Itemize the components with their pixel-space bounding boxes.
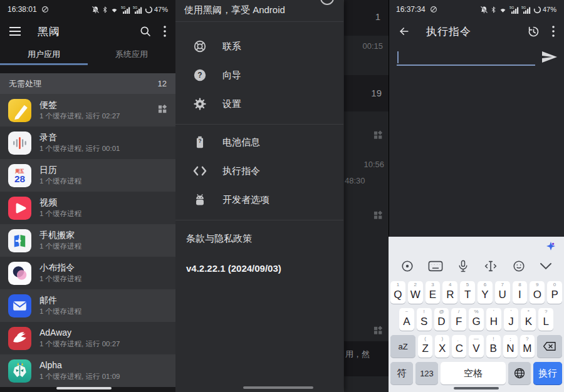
key-j[interactable]: 'J bbox=[504, 308, 519, 331]
tab-system-apps[interactable]: 系统应用 bbox=[88, 44, 175, 65]
key-v[interactable]: —V bbox=[469, 335, 483, 358]
collapse-keyboard-icon[interactable] bbox=[540, 262, 552, 270]
symbols-key[interactable]: 符 bbox=[390, 362, 413, 384]
wifi-icon bbox=[499, 6, 507, 13]
key-cap: P bbox=[551, 289, 558, 301]
emoji-icon[interactable] bbox=[512, 259, 526, 273]
list-item-notes[interactable]: 便签1 个缓存进程, 运行 02:27 bbox=[0, 94, 175, 126]
battery-ring-icon bbox=[533, 6, 541, 14]
bluetooth-icon bbox=[491, 6, 496, 14]
space-key[interactable]: 空格 bbox=[441, 362, 506, 384]
section-count: 12 bbox=[158, 79, 167, 88]
list-item-mail[interactable]: 邮件1 个缓存进程 bbox=[0, 289, 175, 322]
enter-key[interactable]: 换行 bbox=[533, 362, 562, 384]
key-d[interactable]: @D bbox=[434, 308, 449, 331]
search-icon[interactable] bbox=[139, 25, 152, 38]
list-item-breeno[interactable]: 小布指令1 个缓存进程 bbox=[0, 257, 175, 289]
key-o[interactable]: 9O bbox=[530, 281, 545, 304]
target-circle-icon[interactable] bbox=[400, 259, 414, 273]
key-k[interactable]: *K bbox=[521, 308, 536, 331]
list-item-alpha[interactable]: Alpha1 个缓存进程, 运行 01:09 bbox=[0, 354, 175, 387]
key-cap: E bbox=[429, 289, 436, 301]
spacer bbox=[0, 65, 175, 73]
key-b[interactable]: ！B bbox=[486, 335, 501, 358]
history-icon[interactable] bbox=[527, 25, 540, 38]
signal-label: 5G bbox=[133, 6, 137, 9]
dimmed-snackbar-text: 用，然 bbox=[345, 349, 370, 360]
numbers-key[interactable]: 123 bbox=[415, 362, 438, 384]
backspace-key[interactable] bbox=[537, 335, 562, 358]
menu-item-settings[interactable]: 设置 bbox=[175, 90, 343, 118]
list-item-recorder[interactable]: 录音1 个缓存进程, 运行 00:01 bbox=[0, 126, 175, 159]
notes-app-icon bbox=[8, 99, 31, 122]
drawer-menu-group-2: ? 电池信息 执行指令 开发者选项 bbox=[175, 125, 343, 214]
dimmed-duration: 48:30 bbox=[345, 176, 365, 185]
command-input[interactable] bbox=[397, 49, 536, 64]
key-t[interactable]: 5T bbox=[460, 281, 475, 304]
drawer-menu-group-1: 联系 ? 向导 设置 bbox=[175, 22, 343, 118]
keyboard-row-2: ~A !S @D /F %G 'H 'J *K ?L bbox=[389, 308, 564, 331]
list-item-phone-clone[interactable]: 手机搬家1 个缓存进程 bbox=[0, 224, 175, 257]
home-indicator[interactable] bbox=[243, 386, 313, 389]
menu-hamburger-icon[interactable] bbox=[9, 27, 21, 36]
cursor-move-icon[interactable] bbox=[483, 259, 498, 273]
menu-label: 电池信息 bbox=[222, 137, 260, 148]
globe-key[interactable] bbox=[508, 362, 531, 384]
menu-item-battery-info[interactable]: ? 电池信息 bbox=[175, 128, 343, 157]
key-i[interactable]: 8I bbox=[513, 281, 528, 304]
app-desc: 1 个缓存进程 bbox=[39, 307, 81, 316]
dimmed-header-block bbox=[344, 0, 389, 36]
shift-key[interactable]: aZ bbox=[390, 335, 415, 358]
app-desc: 1 个缓存进程, 运行 00:27 bbox=[39, 339, 120, 349]
app-name: 手机搬家 bbox=[39, 230, 81, 240]
key-l[interactable]: ?L bbox=[538, 308, 553, 331]
key-h[interactable]: 'H bbox=[486, 308, 501, 331]
key-a[interactable]: ~A bbox=[399, 308, 414, 331]
key-s[interactable]: !S bbox=[417, 308, 432, 331]
key-f[interactable]: /F bbox=[451, 308, 466, 331]
home-indicator[interactable] bbox=[56, 387, 112, 389]
send-icon[interactable] bbox=[541, 50, 558, 64]
key-m[interactable]: ？M bbox=[520, 335, 535, 358]
list-item-adaway[interactable]: AdAway1 个缓存进程, 运行 00:27 bbox=[0, 322, 175, 354]
key-p[interactable]: 0P bbox=[547, 281, 562, 304]
key-y[interactable]: 6Y bbox=[478, 281, 493, 304]
virtual-keyboard: 1Q 2W 3E 4R 5T 6Y 7U 8I 9O 0P ~A !S @D /… bbox=[389, 237, 564, 392]
key-g[interactable]: %G bbox=[469, 308, 484, 331]
key-e[interactable]: 3E bbox=[426, 281, 441, 304]
keyboard-icon[interactable] bbox=[428, 259, 443, 273]
key-x[interactable]: )X bbox=[435, 335, 449, 358]
list-item-video[interactable]: 视频1 个缓存进程 bbox=[0, 192, 175, 224]
key-n[interactable]: ；N bbox=[503, 335, 518, 358]
page-title: 执行指令 bbox=[426, 24, 471, 39]
overflow-menu-icon[interactable] bbox=[552, 26, 555, 37]
menu-item-developer-options[interactable]: 开发者选项 bbox=[175, 185, 343, 214]
menu-item-guide[interactable]: ? 向导 bbox=[175, 61, 343, 90]
menu-item-contact[interactable]: 联系 bbox=[175, 32, 343, 61]
key-hint: ？ bbox=[520, 336, 535, 343]
key-hint: 3 bbox=[426, 282, 441, 287]
gear-icon bbox=[192, 97, 207, 111]
section-header: 无需处理 12 bbox=[0, 73, 175, 94]
overflow-menu-icon[interactable] bbox=[164, 26, 166, 37]
key-w[interactable]: 2W bbox=[408, 281, 423, 304]
mic-icon[interactable] bbox=[457, 259, 469, 274]
key-cap: Y bbox=[481, 289, 488, 301]
keyboard-row-1: 1Q 2W 3E 4R 5T 6Y 7U 8I 9O 0P bbox=[389, 281, 564, 304]
dimmed-background-content: 1 00:15 19 10:56 48:30 用，然 bbox=[343, 0, 389, 392]
tab-user-apps[interactable]: 用户应用 bbox=[0, 44, 88, 65]
key-z[interactable]: (Z bbox=[418, 335, 432, 358]
home-indicator[interactable] bbox=[454, 387, 499, 389]
key-r[interactable]: 4R bbox=[442, 281, 457, 304]
key-u[interactable]: 7U bbox=[495, 281, 510, 304]
back-arrow-icon[interactable] bbox=[398, 25, 410, 38]
clock-text: 16:38:01 bbox=[8, 5, 37, 14]
battery-question-icon: ? bbox=[192, 135, 207, 149]
list-item-calendar[interactable]: 周五28 日历1 个缓存进程 bbox=[0, 159, 175, 192]
key-q[interactable]: 1Q bbox=[390, 281, 405, 304]
key-hint: 7 bbox=[495, 282, 510, 287]
terms-privacy-link[interactable]: 条款与隐私政策 bbox=[175, 220, 343, 245]
key-c[interactable]: 、C bbox=[452, 335, 466, 358]
menu-item-run-command[interactable]: 执行指令 bbox=[175, 157, 343, 185]
section-label: 无需处理 bbox=[9, 78, 41, 90]
